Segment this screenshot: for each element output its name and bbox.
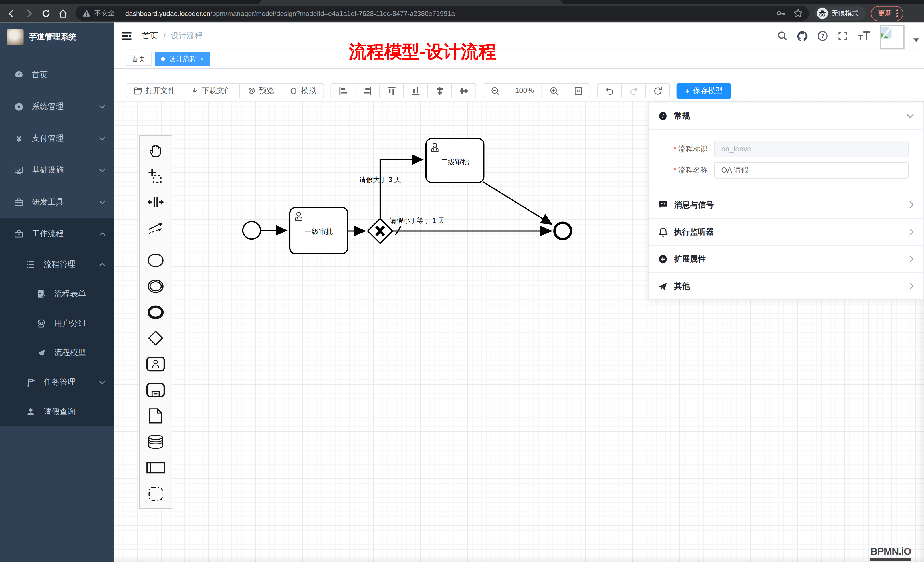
save-model-button[interactable]: + 保存模型	[676, 83, 732, 99]
gear-icon	[14, 102, 24, 111]
avatar-caret-icon[interactable]	[914, 38, 920, 42]
extend-attrs-icon	[658, 254, 668, 264]
close-icon[interactable]: ×	[200, 55, 204, 63]
bookmark-star-icon[interactable]	[793, 8, 803, 18]
sidebar-item-system[interactable]: 系统管理	[0, 91, 114, 123]
security-label[interactable]: 不安全	[94, 9, 114, 18]
align-bottom-icon[interactable]	[403, 83, 428, 99]
zoom-in-icon[interactable]	[542, 83, 567, 99]
app-logo-row[interactable]: 芋道管理系统	[0, 22, 114, 52]
sidebar-item-devtools[interactable]: 研发工具	[0, 186, 114, 218]
flow-label-gt3[interactable]: 请假大于 3 天	[345, 175, 416, 184]
fullscreen-icon[interactable]	[837, 30, 848, 41]
form-row-process-name: *流程名称	[649, 162, 923, 178]
browser-update-button[interactable]: 更新	[871, 6, 903, 21]
chevron-right-icon	[909, 282, 914, 290]
field-label: *流程标识	[649, 144, 714, 154]
align-middle-icon[interactable]	[452, 83, 476, 99]
bpmn-io-logo[interactable]: BPMN.iO	[870, 547, 911, 561]
breadcrumb-home[interactable]: 首页	[142, 30, 158, 41]
avatar[interactable]	[880, 25, 904, 49]
flow-gateway-to-task2[interactable]	[380, 160, 423, 218]
svg-text:i: i	[662, 113, 664, 119]
task1-label: 一级审批	[290, 227, 348, 237]
section-execution-listener[interactable]: 执行监听器	[649, 218, 923, 245]
start-event[interactable]	[243, 221, 261, 239]
tab-design-process[interactable]: 设计流程 ×	[155, 52, 210, 66]
zoom-out-icon[interactable]	[483, 83, 507, 99]
undo-icon[interactable]	[597, 83, 622, 99]
sidebar-item-label: 基础设施	[32, 165, 91, 175]
required-mark: *	[674, 145, 676, 153]
back-icon[interactable]	[7, 8, 17, 18]
reload-icon[interactable]	[40, 8, 51, 18]
sidebar-item-label: 流程管理	[44, 259, 91, 270]
refresh-icon[interactable]	[645, 83, 670, 99]
browser-active-tab[interactable]	[260, 0, 563, 4]
simulate-button[interactable]: 模拟	[282, 83, 324, 99]
sidebar-item-process-model[interactable]: 流程模型	[0, 338, 114, 367]
hamburger-icon[interactable]	[121, 30, 132, 42]
devtools-icon	[14, 198, 24, 207]
app-title: 芋道管理系统	[29, 32, 76, 42]
chevron-down-icon	[99, 136, 106, 140]
sidebar-item-payment[interactable]: ¥ 支付管理	[0, 123, 114, 154]
sidebar-item-process-form[interactable]: 流程表单	[0, 279, 114, 309]
sidebar-item-process-manage[interactable]: 流程管理	[0, 250, 114, 279]
help-icon[interactable]: ?	[817, 30, 828, 41]
sidebar-item-label: 研发工具	[32, 197, 91, 207]
section-title: 其他	[674, 281, 903, 291]
redo-icon[interactable]	[621, 83, 646, 99]
section-other[interactable]: 其他	[649, 272, 923, 299]
sidebar-item-infrastructure[interactable]: 基础设施	[0, 154, 114, 186]
section-message-signal[interactable]: 消息与信号	[649, 191, 923, 218]
browser-menu-icon[interactable]	[896, 9, 898, 17]
end-event[interactable]	[555, 223, 571, 239]
tab-home[interactable]: 首页	[126, 52, 152, 66]
annotation-title: 流程模型-设计流程	[349, 40, 496, 64]
url-text[interactable]: dashboard.yudao.iocoder.cn/bpm/manager/m…	[125, 10, 455, 17]
update-label: 更新	[878, 8, 892, 18]
download-file-button[interactable]: 下载文件	[183, 83, 240, 99]
align-center-icon[interactable]	[427, 83, 452, 99]
process-name-input[interactable]	[714, 162, 909, 178]
align-top-icon[interactable]	[379, 83, 404, 99]
open-file-button[interactable]: 打开文件	[126, 83, 183, 99]
section-general[interactable]: i 常规	[649, 102, 923, 129]
forward-icon[interactable]	[24, 8, 34, 18]
preview-button[interactable]: 预览	[239, 83, 282, 99]
required-mark: *	[674, 166, 676, 174]
sidebar-item-task-manage[interactable]: 任务管理	[0, 368, 114, 397]
section-title: 扩展属性	[674, 253, 903, 264]
align-right-icon[interactable]	[355, 83, 380, 99]
preview-eye-icon	[248, 87, 256, 94]
align-left-icon[interactable]	[330, 83, 355, 99]
flow-label-lte1[interactable]: 请假小于等于 1 天	[382, 216, 453, 225]
sidebar-item-home[interactable]: 首页	[0, 59, 114, 91]
dashboard-icon	[14, 70, 24, 79]
sidebar-item-user-group[interactable]: 用户分组	[0, 309, 114, 338]
github-icon[interactable]	[797, 30, 808, 41]
zoom-reset-icon[interactable]	[566, 83, 590, 99]
sidebar-item-leave-query[interactable]: 请假查询	[0, 397, 114, 427]
download-icon	[191, 87, 199, 95]
breadcrumb-separator: /	[163, 31, 165, 40]
process-key-input[interactable]	[714, 141, 909, 157]
folder-icon	[134, 87, 142, 95]
key-icon[interactable]	[776, 8, 786, 18]
sidebar-item-label: 用户分组	[54, 318, 106, 329]
chevron-down-icon	[99, 200, 106, 204]
home-icon[interactable]	[58, 8, 68, 18]
security-warning-icon[interactable]	[82, 9, 91, 17]
incognito-badge: 无痕模式	[814, 6, 866, 21]
font-size-icon[interactable]	[857, 30, 871, 41]
form-row-process-key: *流程标识	[649, 141, 923, 157]
section-title: 常规	[674, 110, 900, 121]
zoom-level[interactable]: 100%	[507, 83, 542, 99]
address-bar[interactable]: 不安全 dashboard.yudao.iocoder.cn/bpm/manag…	[75, 6, 809, 21]
active-dot	[161, 57, 165, 61]
sidebar-item-workflow[interactable]: 工作流程	[0, 218, 114, 250]
section-extended-attrs[interactable]: 扩展属性	[649, 245, 923, 272]
flow-task2-to-end[interactable]	[483, 182, 552, 225]
search-icon[interactable]	[777, 30, 788, 41]
